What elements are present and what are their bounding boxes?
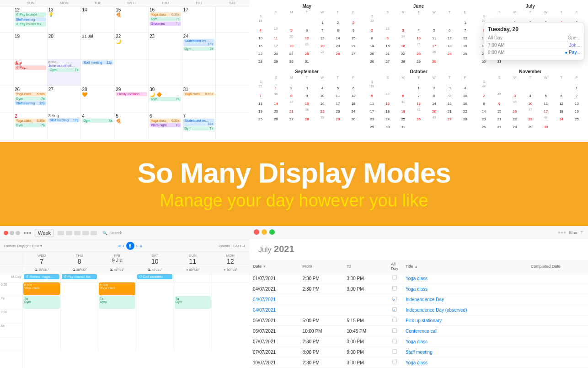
- event-title: Yoga class: [402, 273, 515, 284]
- week-view: Week 🔍 Search Eastern Daylight Time ▾ « …: [0, 226, 249, 368]
- event-from: [299, 305, 343, 315]
- grid-icon[interactable]: ⊞: [569, 230, 572, 235]
- toolbar-view-icons: ⊞ ☰: [569, 230, 577, 235]
- week-col-thu: [61, 282, 99, 351]
- event-gym-wed[interactable]: 7aGym: [23, 296, 60, 309]
- marketing-section: So Many Display Modes Manage your day ho…: [0, 142, 588, 226]
- col-date[interactable]: Date ▼: [249, 260, 299, 273]
- month-title-june: June: [364, 4, 472, 9]
- time-slot-630: 6:30: [0, 282, 22, 296]
- event-title: Yoga class: [402, 336, 515, 347]
- event-yoga-wed[interactable]: 6:30aYoga class: [23, 282, 60, 295]
- list-view: ●●● ⊞ ☰ + July 2021 Date ▼ From To Al: [249, 226, 588, 368]
- month-calendar: SUN MON TUE WED THU FRI SAT 12 ↺ Pay bal…: [0, 0, 249, 142]
- month-title-may: May: [253, 4, 361, 9]
- event-date: 06/07/2021: [249, 326, 299, 336]
- event-completed: [527, 336, 588, 347]
- event-allday: [387, 347, 402, 357]
- event-from: 5:00 PM: [299, 315, 343, 326]
- today-badge[interactable]: 6: [126, 242, 134, 250]
- week-view-button[interactable]: Week: [35, 229, 54, 237]
- event-title: Conference call: [402, 326, 515, 336]
- table-row: 06/07/2021 5:00 PM 5:15 PM Pick up stati…: [249, 315, 588, 326]
- time-slot-8: 8a: [0, 324, 22, 337]
- col-from[interactable]: From: [299, 260, 343, 273]
- weather-thu: 🌤 38°/30°: [61, 267, 99, 273]
- event-completed: [527, 273, 588, 284]
- expand-button[interactable]: [16, 231, 20, 235]
- event-completed: [527, 315, 588, 326]
- event-allday: [387, 336, 402, 347]
- week-col-sun: 7aGym: [174, 282, 212, 351]
- event-gym-fri[interactable]: 7aGym: [99, 296, 135, 309]
- weather-row: 🌤 39°/31° 🌤 38°/30° 🌥 41°/31° 🌥 40°/31° …: [0, 267, 249, 273]
- col-to[interactable]: To: [343, 260, 387, 273]
- events-table: Date ▼ From To All Day Title ▲ Completed…: [249, 260, 588, 368]
- event-flag: [515, 326, 527, 336]
- event-allday: [387, 326, 402, 336]
- event-date: 10/07/2021: [249, 357, 299, 368]
- event-from: 8:00 PM: [299, 347, 343, 357]
- event-date: 04/07/2021: [249, 294, 299, 305]
- col-thu: THU8: [61, 252, 99, 267]
- search-container[interactable]: 🔍 Search: [102, 231, 123, 235]
- event-allday: [387, 305, 402, 315]
- weather-mon: ☀ 60°/33°: [212, 267, 250, 273]
- event-from: [299, 294, 343, 305]
- timezone-row: Eastern Daylight Time ▾ « ‹ 6 › » Toront…: [0, 240, 249, 252]
- event-to: 5:15 PM: [343, 315, 387, 326]
- event-gym-sun[interactable]: 7aGym: [175, 296, 211, 309]
- time-slot-7: 7a: [0, 296, 22, 310]
- event-flag: [515, 336, 527, 347]
- event-date: 07/07/2021: [249, 347, 299, 357]
- event-to: [343, 294, 387, 305]
- event-to: [343, 305, 387, 315]
- event-completed: [527, 347, 588, 357]
- mini-month-october: October SMTWTFS 3912345 406789101112 411…: [364, 69, 472, 131]
- close-button[interactable]: [254, 229, 259, 235]
- event-date: 04/07/2021: [249, 284, 299, 294]
- month-title-october: October: [364, 69, 472, 74]
- add-icon[interactable]: +: [580, 229, 583, 235]
- event-completed: [527, 294, 588, 305]
- window-controls: [254, 229, 275, 235]
- event-to: 3:00 PM: [343, 336, 387, 347]
- event-allday: [387, 294, 402, 305]
- subheadline: Manage your day however you like: [160, 191, 428, 211]
- list-icon[interactable]: ☰: [573, 230, 577, 235]
- maximize-button[interactable]: [269, 229, 275, 235]
- event-allday: [387, 284, 402, 294]
- nav-arrows[interactable]: « ‹ 6 › »: [118, 242, 142, 250]
- col-allday[interactable]: All Day: [387, 260, 402, 273]
- event-date: 04/07/2021: [249, 305, 299, 315]
- event-title: Independence Day (observed): [402, 305, 515, 315]
- popover-row-7am: 7:00 AM Joh...: [488, 42, 580, 49]
- minimize-button[interactable]: [262, 229, 267, 235]
- event-flag: [515, 305, 527, 315]
- all-day-mon: [212, 273, 250, 282]
- allday-event-council: ↺ Pay council tax: [62, 274, 97, 279]
- close-button[interactable]: [4, 231, 8, 235]
- all-day-sun: [174, 273, 212, 282]
- event-allday: [387, 315, 402, 326]
- event-yoga-fri[interactable]: 6:30aYoga class: [99, 282, 135, 295]
- mini-month-november: November SMTWTFS 4412 453456789 46101112…: [476, 69, 584, 131]
- event-from: 2:30 PM: [299, 273, 343, 284]
- col-completed[interactable]: Completed Date: [527, 260, 588, 273]
- week-day-headers: WED7 THU8 FRI9 Jul SAT10 SUN11 MON12: [0, 252, 249, 267]
- location-label: Toronto · GMT -4: [218, 244, 246, 248]
- col-sun: SUN11: [174, 252, 212, 267]
- minimize-button[interactable]: [10, 231, 14, 235]
- popover-date: Tuesday, 20: [488, 26, 519, 32]
- mini-month-september: September SMTWTFS 351234567 368910111213…: [253, 69, 361, 131]
- bottom-section: Week 🔍 Search Eastern Daylight Time ▾ « …: [0, 226, 588, 368]
- allday-event-cleaners: ↺ Call cleaners: [137, 274, 173, 279]
- event-to: 3:00 PM: [343, 273, 387, 284]
- col-mon: MON12: [212, 252, 250, 267]
- event-title: Yoga class: [402, 284, 515, 294]
- event-popover: Tuesday, 20 All Day Ope... 7:00 AM Joh..…: [484, 22, 584, 60]
- popover-row-8am: 8:00 AM ● Pay...: [488, 49, 580, 56]
- weather-wed: 🌤 39°/31°: [23, 267, 61, 273]
- col-title[interactable]: Title ▲: [402, 260, 515, 273]
- list-toolbar: ●●● ⊞ ☰ +: [249, 226, 588, 238]
